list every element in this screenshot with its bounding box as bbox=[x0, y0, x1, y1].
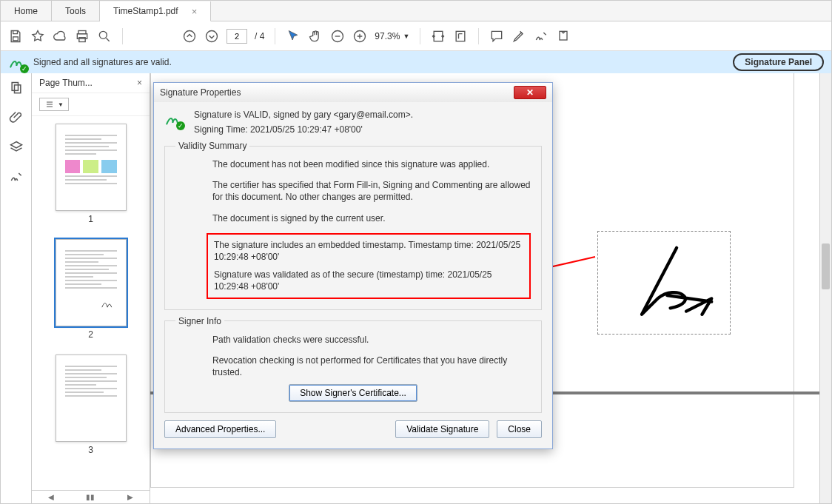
cloud-icon[interactable] bbox=[53, 29, 67, 44]
signature-valid-icon: ✓ bbox=[164, 110, 184, 129]
show-certificate-button[interactable]: Show Signer's Certificate... bbox=[289, 384, 417, 402]
dialog-title: Signature Properties bbox=[160, 87, 514, 98]
tab-tools[interactable]: Tools bbox=[52, 1, 100, 21]
advanced-properties-button[interactable]: Advanced Properties... bbox=[164, 420, 276, 438]
hand-pan-icon[interactable] bbox=[308, 29, 323, 44]
validate-signature-button[interactable]: Validate Signature bbox=[395, 420, 489, 438]
tab-home[interactable]: Home bbox=[1, 1, 52, 21]
thumbnail-number: 3 bbox=[56, 445, 127, 455]
tab-document-label: TimeStamp1.pdf bbox=[113, 6, 178, 16]
toolbar: / 4 97.3% ▼ bbox=[1, 21, 831, 51]
thumbnails-hscroll[interactable]: ◀▮▮▶ bbox=[32, 490, 150, 503]
zoom-dropdown[interactable]: 97.3% ▼ bbox=[375, 31, 409, 41]
svg-rect-13 bbox=[14, 85, 20, 93]
layers-rail-icon[interactable] bbox=[9, 140, 24, 155]
save-icon[interactable] bbox=[8, 29, 23, 44]
svg-rect-10 bbox=[456, 31, 465, 41]
svg-rect-9 bbox=[434, 31, 443, 41]
thumbnails-title: Page Thum... bbox=[39, 78, 137, 88]
signature-info-bar: ✓ Signed and all signatures are valid. S… bbox=[1, 51, 831, 73]
thumbnails-rail-icon[interactable] bbox=[9, 81, 24, 95]
thumbnail-number: 1 bbox=[56, 214, 127, 224]
attachments-rail-icon[interactable] bbox=[9, 110, 24, 125]
star-icon[interactable] bbox=[30, 29, 45, 44]
signature-bar-message: Signed and all signatures are valid. bbox=[33, 57, 727, 67]
validity-summary-legend: Validity Summary bbox=[175, 141, 249, 151]
left-rail bbox=[1, 73, 32, 503]
page-down-icon[interactable] bbox=[204, 29, 219, 44]
signature-field[interactable] bbox=[597, 231, 731, 335]
timestamp-embedded-line: The signature includes an embedded times… bbox=[214, 239, 523, 263]
highlight-icon[interactable] bbox=[511, 29, 526, 44]
dialog-close-button[interactable]: ✕ bbox=[514, 86, 546, 99]
validity-item: The document is signed by the current us… bbox=[212, 212, 531, 224]
close-button[interactable]: Close bbox=[497, 420, 542, 438]
thumbnail-page-1[interactable]: 1 bbox=[56, 124, 127, 224]
signature-valid-icon: ✓ bbox=[8, 53, 27, 72]
tab-document[interactable]: TimeStamp1.pdf × bbox=[100, 1, 211, 21]
zoom-percent-label: 97.3% bbox=[375, 31, 400, 41]
signatures-rail-icon[interactable] bbox=[9, 169, 24, 184]
fit-page-icon[interactable] bbox=[453, 29, 468, 44]
search-icon[interactable] bbox=[97, 29, 112, 44]
separator bbox=[122, 28, 123, 44]
validity-summary-group: Validity Summary The document has not be… bbox=[164, 141, 542, 310]
svg-rect-3 bbox=[79, 37, 85, 41]
comment-icon[interactable] bbox=[489, 29, 504, 44]
signer-item: Path validation checks were successful. bbox=[212, 334, 531, 346]
timestamp-highlight-box: The signature includes an embedded times… bbox=[207, 233, 531, 299]
page-number-input[interactable] bbox=[227, 29, 247, 44]
dialog-titlebar[interactable]: Signature Properties ✕ bbox=[154, 83, 552, 102]
svg-point-6 bbox=[207, 30, 218, 41]
svg-rect-0 bbox=[13, 36, 19, 40]
thumbnail-page-3[interactable]: 3 bbox=[56, 355, 127, 455]
validity-item: The document has not been modified since… bbox=[212, 158, 531, 170]
svg-point-5 bbox=[184, 30, 195, 41]
chevron-down-icon: ▼ bbox=[58, 101, 64, 108]
signature-panel-button[interactable]: Signature Panel bbox=[733, 53, 824, 71]
chevron-down-icon: ▼ bbox=[403, 33, 409, 40]
tab-close-icon[interactable]: × bbox=[192, 6, 198, 17]
zoom-in-icon[interactable] bbox=[352, 29, 367, 44]
stamp-icon[interactable] bbox=[556, 29, 571, 44]
signer-info-legend: Signer Info bbox=[175, 316, 224, 326]
thumbnail-number: 2 bbox=[56, 329, 127, 340]
signature-properties-dialog: Signature Properties ✕ ✓ Signature is VA… bbox=[153, 82, 553, 449]
select-arrow-icon[interactable] bbox=[286, 29, 301, 44]
page-total-label: / 4 bbox=[255, 31, 264, 41]
thumbnail-page-2[interactable]: 2 bbox=[56, 239, 127, 340]
timestamp-validated-line: Signature was validated as of the secure… bbox=[214, 269, 523, 292]
signing-time-line: Signing Time: 2021/05/25 10:29:47 +08'00… bbox=[194, 124, 413, 135]
validity-item: The certifier has specified that Form Fi… bbox=[212, 179, 531, 203]
separator bbox=[275, 28, 275, 44]
page-up-icon[interactable] bbox=[182, 29, 197, 44]
signer-info-group: Signer Info Path validation checks were … bbox=[164, 316, 542, 414]
svg-rect-12 bbox=[12, 83, 18, 91]
thumbnails-options-button[interactable]: ▼ bbox=[39, 98, 69, 111]
print-icon[interactable] bbox=[75, 29, 90, 44]
separator bbox=[478, 28, 479, 44]
svg-point-4 bbox=[99, 31, 107, 38]
separator bbox=[420, 28, 420, 44]
thumbnails-close-icon[interactable]: × bbox=[137, 78, 142, 88]
signer-item: Revocation checking is not performed for… bbox=[212, 355, 531, 378]
fit-width-icon[interactable] bbox=[431, 29, 446, 44]
top-tabs: Home Tools TimeStamp1.pdf × bbox=[1, 1, 831, 21]
vertical-scrollbar[interactable] bbox=[819, 73, 831, 503]
thumbnails-panel: Page Thum... × ▼ 1 2 bbox=[32, 73, 150, 503]
signature-valid-line: Signature is VALID, signed by gary <gary… bbox=[194, 110, 413, 120]
zoom-out-icon[interactable] bbox=[330, 29, 345, 44]
sign-icon[interactable] bbox=[534, 29, 548, 44]
